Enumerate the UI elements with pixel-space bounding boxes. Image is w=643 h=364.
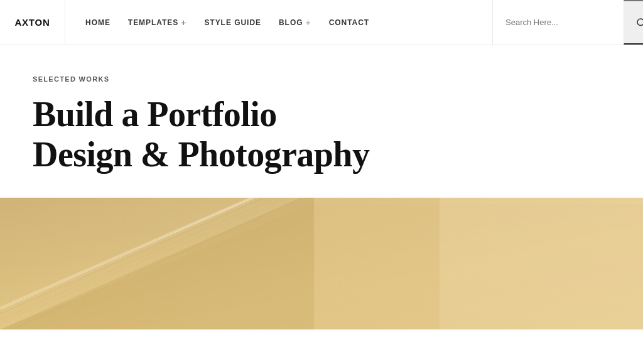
search-icon bbox=[635, 17, 644, 28]
search-input[interactable] bbox=[493, 0, 624, 45]
nav-contact[interactable]: CONTACT bbox=[329, 18, 370, 27]
search-button[interactable] bbox=[624, 0, 643, 45]
nav-home[interactable]: HOME bbox=[85, 18, 111, 27]
nav-contact-label: CONTACT bbox=[329, 18, 370, 27]
nav-blog[interactable]: BLOG + bbox=[279, 18, 311, 28]
search-area bbox=[492, 0, 643, 45]
logo-text: AXTON bbox=[15, 17, 50, 28]
hero-image bbox=[0, 198, 643, 329]
hero-title-line1: Build a Portfolio bbox=[33, 95, 277, 134]
hero-section: SELECTED WORKS Build a Portfolio Design … bbox=[0, 45, 643, 198]
nav-templates-plus: + bbox=[181, 18, 186, 28]
nav-blog-plus: + bbox=[306, 18, 311, 28]
logo[interactable]: AXTON bbox=[0, 0, 65, 45]
site-header: AXTON HOME TEMPLATES + STYLE GUIDE BLOG … bbox=[0, 0, 643, 45]
hero-title-line2: Design & Photography bbox=[33, 135, 369, 174]
nav-templates[interactable]: TEMPLATES + bbox=[128, 18, 187, 28]
nav-templates-label: TEMPLATES bbox=[128, 18, 178, 27]
main-nav: HOME TEMPLATES + STYLE GUIDE BLOG + CONT… bbox=[65, 0, 492, 45]
hero-title: Build a Portfolio Design & Photography bbox=[33, 94, 610, 175]
hero-label: SELECTED WORKS bbox=[33, 75, 610, 83]
sand-texture bbox=[0, 198, 643, 329]
nav-style-guide-label: STYLE GUIDE bbox=[204, 18, 261, 27]
nav-blog-label: BLOG bbox=[279, 18, 303, 27]
svg-rect-20 bbox=[0, 198, 643, 329]
nav-home-label: HOME bbox=[85, 18, 111, 27]
nav-style-guide[interactable]: STYLE GUIDE bbox=[204, 18, 261, 27]
svg-point-0 bbox=[637, 19, 644, 26]
